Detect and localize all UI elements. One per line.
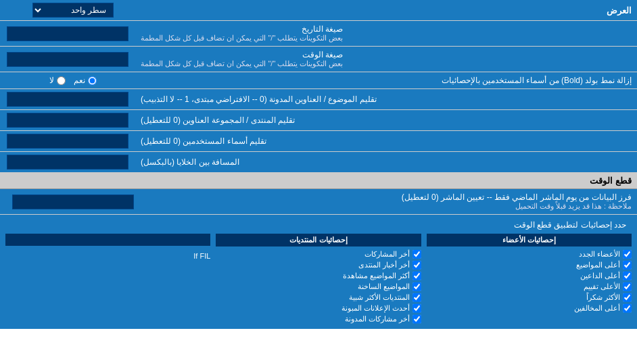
members-most-thanks-label: الأكثر شكراً (586, 293, 620, 302)
date-format-label: صيغة التاريخ بعض التكوينات يتطلب "/" الت… (135, 21, 637, 46)
forum-order-label: تقليم المنتدى / المجموعة العناوين (0 للت… (135, 110, 637, 130)
forum-stats-col: إحصائيات المنتديات أخر المشاركات أخر أخب… (216, 234, 421, 323)
main-container: العرض سطر واحدسطرينثلاثة أسطر صيغة التار… (0, 0, 637, 329)
snapshot-value-input[interactable]: 0 (12, 194, 134, 209)
time-format-row: صيغة الوقت بعض التكوينات يتطلب "/" التي … (0, 47, 637, 72)
forum-most-viewed-label: أكثر المواضيع مشاهدة (343, 271, 410, 280)
cells-gap-input-area: 2 (0, 152, 135, 172)
extra-stats-header (5, 234, 210, 246)
members-top-topics: أعلى المواضيع (427, 261, 632, 269)
snapshot-note-label: ملاحظة : هذا قد يزيد قبلاً وقت التحميل (141, 202, 632, 211)
forum-most-viewed-checkbox[interactable] (412, 271, 421, 280)
time-format-title: صيغة الوقت (141, 50, 343, 59)
stats-grid: إحصائيات الأعضاء الأعضاء الجدد أعلى المو… (5, 234, 632, 323)
members-top-topics-label: أعلى المواضيع (576, 261, 620, 269)
forum-last-posts-checkbox[interactable] (412, 250, 421, 259)
snapshot-data-row: فرز البيانات من يوم الماشر الماضي فقط --… (0, 189, 637, 215)
header-select-area: سطر واحدسطرينثلاثة أسطر (5, 3, 141, 18)
members-most-thanks: الأكثر شكراً (427, 293, 632, 302)
time-format-note: بعض التكوينات يتطلب "/" التي يمكن ان تضا… (141, 59, 343, 68)
members-top-rated-checkbox[interactable] (623, 282, 632, 291)
forum-most-similar: المنتديات الأكثر شبية (216, 293, 421, 302)
bold-no-radio[interactable] (57, 76, 66, 85)
header-row: العرض سطر واحدسطرينثلاثة أسطر (0, 0, 637, 21)
forum-order-input-area: 33 (0, 110, 135, 130)
snapshot-main-label: فرز البيانات من يوم الماشر الماضي فقط --… (141, 192, 632, 202)
snapshot-section-header: قطع الوقت (0, 173, 637, 189)
forum-hot-topics-checkbox[interactable] (412, 282, 421, 291)
members-new-label: الأعضاء الجدد (579, 250, 620, 259)
forum-last-blog-posts-label: أخر مشاركات المدونة (345, 315, 410, 323)
cells-gap-input[interactable]: 2 (7, 155, 128, 170)
cells-gap-row: المسافة بين الخلايا (بالبكسل) 2 (0, 152, 637, 173)
bold-remove-label: إزالة نمط بولد (Bold) من أسماء المستخدمي… (141, 76, 632, 85)
forum-order-input[interactable]: 33 (7, 113, 128, 128)
forum-last-blog-posts: أخر مشاركات المدونة (216, 315, 421, 323)
forum-latest-announcements-checkbox[interactable] (412, 304, 421, 313)
bold-remove-radio-area: نعم لا (5, 76, 141, 85)
members-top-violated: أعلى المخالفين (427, 304, 632, 313)
bold-yes-label: نعم (74, 76, 97, 85)
forum-last-news-checkbox[interactable] (412, 261, 421, 269)
forum-last-blog-posts-checkbox[interactable] (412, 315, 421, 323)
forum-last-posts: أخر المشاركات (216, 250, 421, 259)
stats-title: حدد إحصائيات لتطبيق قطع الوقت (5, 217, 632, 234)
user-names-row: تقليم أسماء المستخدمين (0 للتعطيل) 0 (0, 131, 637, 152)
topics-order-input[interactable]: 33 (7, 92, 128, 107)
snapshot-title: قطع الوقت (590, 176, 632, 186)
forum-last-news-label: أخر أخبار المنتدى (358, 261, 410, 269)
members-new: الأعضاء الجدد (427, 250, 632, 259)
forum-latest-announcements-label: أحدث الإعلانات المبونة (341, 304, 410, 313)
members-top-rated: الأعلى تقييم (427, 282, 632, 291)
date-format-title: صيغة التاريخ (141, 24, 343, 34)
forum-most-similar-checkbox[interactable] (412, 293, 421, 302)
if-fil-text: If FIL (5, 249, 210, 263)
members-new-checkbox[interactable] (623, 250, 632, 259)
bold-no-text: لا (49, 76, 54, 85)
bold-yes-radio[interactable] (88, 76, 97, 85)
forum-order-row: تقليم المنتدى / المجموعة العناوين (0 للت… (0, 110, 637, 131)
members-top-rated-label: الأعلى تقييم (584, 282, 620, 291)
members-stats-header: إحصائيات الأعضاء (427, 234, 632, 246)
forum-most-viewed: أكثر المواضيع مشاهدة (216, 271, 421, 280)
user-names-label: تقليم أسماء المستخدمين (0 للتعطيل) (135, 131, 637, 151)
bold-yes-text: نعم (74, 76, 85, 85)
stats-area: حدد إحصائيات لتطبيق قطع الوقت إحصائيات ا… (0, 215, 637, 329)
topics-order-label: تقليم الموضوع / العناوين المدونة (0 -- ا… (135, 89, 637, 109)
members-top-callers-checkbox[interactable] (623, 271, 632, 280)
members-most-thanks-checkbox[interactable] (623, 293, 632, 302)
user-names-input[interactable]: 0 (7, 134, 128, 149)
forum-latest-announcements: أحدث الإعلانات المبونة (216, 304, 421, 313)
bold-no-label: لا (49, 76, 66, 85)
display-select[interactable]: سطر واحدسطرينثلاثة أسطر (32, 3, 114, 18)
date-format-input-area: d-m (0, 21, 135, 46)
snapshot-input-area: 0 (5, 194, 141, 209)
forum-stats-header: إحصائيات المنتديات (216, 234, 421, 246)
forum-hot-topics: المواضيع الساخنة (216, 282, 421, 291)
forum-last-posts-label: أخر المشاركات (364, 250, 410, 259)
members-top-violated-label: أعلى المخالفين (574, 304, 620, 313)
topics-order-row: تقليم الموضوع / العناوين المدونة (0 -- ا… (0, 89, 637, 110)
topics-order-input-area: 33 (0, 89, 135, 109)
cells-gap-label: المسافة بين الخلايا (بالبكسل) (135, 152, 637, 172)
members-top-violated-checkbox[interactable] (623, 304, 632, 313)
members-top-callers: أعلى الداعين (427, 271, 632, 280)
date-format-note: بعض التكوينات يتطلب "/" التي يمكن ان تضا… (141, 34, 343, 43)
header-label: العرض (141, 5, 632, 16)
date-format-input[interactable]: d-m (7, 26, 128, 41)
extra-stats-col: If FIL (5, 234, 210, 323)
date-format-row: صيغة التاريخ بعض التكوينات يتطلب "/" الت… (0, 21, 637, 47)
forum-hot-topics-label: المواضيع الساخنة (358, 282, 410, 291)
members-top-callers-label: أعلى الداعين (580, 271, 620, 280)
forum-most-similar-label: المنتديات الأكثر شبية (349, 293, 410, 302)
members-stats-col: إحصائيات الأعضاء الأعضاء الجدد أعلى المو… (427, 234, 632, 323)
snapshot-data-label: فرز البيانات من يوم الماشر الماضي فقط --… (141, 192, 632, 211)
time-format-input[interactable]: H:i (7, 52, 128, 67)
members-top-topics-checkbox[interactable] (623, 261, 632, 269)
time-format-input-area: H:i (0, 47, 135, 72)
time-format-label: صيغة الوقت بعض التكوينات يتطلب "/" التي … (135, 47, 637, 72)
user-names-input-area: 0 (0, 131, 135, 151)
forum-last-news: أخر أخبار المنتدى (216, 261, 421, 269)
bold-remove-row: إزالة نمط بولد (Bold) من أسماء المستخدمي… (0, 72, 637, 89)
